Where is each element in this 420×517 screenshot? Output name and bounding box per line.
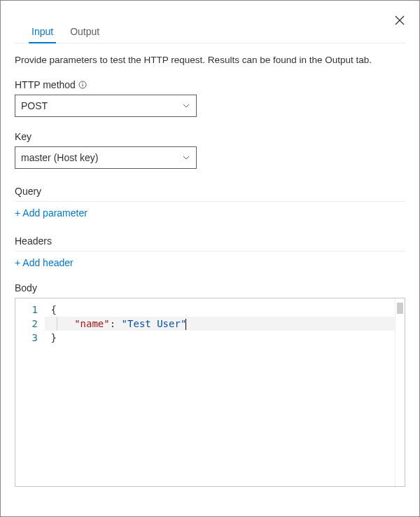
headers-section: Headers + Add header	[15, 233, 405, 268]
add-parameter-link[interactable]: + Add parameter	[15, 207, 88, 219]
query-label: Query	[15, 183, 405, 202]
key-select[interactable]: master (Host key)	[15, 146, 197, 169]
info-icon[interactable]	[78, 81, 87, 89]
http-method-value: POST	[21, 100, 48, 111]
close-icon[interactable]	[394, 15, 405, 26]
add-header-link[interactable]: + Add header	[15, 257, 74, 268]
chevron-down-icon	[182, 153, 190, 162]
tabs: Input Output	[15, 20, 405, 43]
tab-input[interactable]: Input	[31, 20, 53, 43]
description-text: Provide parameters to test the HTTP requ…	[15, 55, 405, 65]
line-numbers: 1 2 3	[15, 298, 45, 486]
svg-point-4	[82, 83, 83, 83]
code-area[interactable]: { "name": "Test User" }	[45, 298, 395, 486]
key-section: Key master (Host key)	[15, 131, 405, 169]
body-editor[interactable]: 1 2 3 { "name": "Test User" }	[15, 298, 405, 487]
query-section: Query + Add parameter	[15, 183, 405, 219]
body-label: Body	[15, 282, 405, 294]
chevron-down-icon	[182, 102, 190, 110]
minimap-thumb[interactable]	[397, 303, 403, 314]
http-method-select[interactable]: POST	[15, 95, 197, 117]
text-cursor	[186, 319, 186, 330]
http-method-label: HTTP method	[15, 79, 405, 90]
tab-output[interactable]: Output	[70, 20, 99, 43]
body-section: Body 1 2 3 { "name": "Test User" }	[15, 282, 405, 487]
minimap[interactable]	[395, 298, 405, 486]
http-method-section: HTTP method POST	[15, 79, 405, 117]
key-label: Key	[15, 131, 405, 142]
headers-label: Headers	[15, 233, 405, 251]
key-value: master (Host key)	[21, 152, 98, 163]
